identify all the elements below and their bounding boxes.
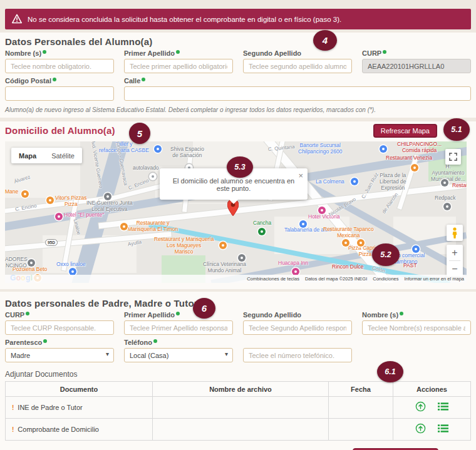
map-label: Shiva Espacio de Sanación [170, 146, 204, 159]
student-section: Datos Personales del Alumno(a) Nombre (s… [0, 33, 476, 118]
keyboard-shortcuts-link[interactable]: Combinaciones de teclas [247, 276, 299, 282]
required-asterisk [43, 50, 46, 54]
parentesco-select[interactable]: Madre [5, 348, 114, 362]
telefono-select[interactable]: Local (Casa) [124, 348, 233, 362]
list-icon[interactable] [433, 402, 453, 413]
poi-icon[interactable] [318, 207, 326, 214]
map-label: Oxxo linaloe [56, 262, 86, 268]
poi-icon[interactable] [443, 203, 451, 210]
telefono-label: Teléfono [124, 339, 152, 346]
required-asterisk [26, 312, 29, 315]
address-section: Domicilio del Alumno(a) Refrescar Mapa [0, 121, 476, 289]
poi-icon[interactable] [219, 242, 227, 249]
required-doc-icon: ! [12, 426, 14, 433]
warning-icon [11, 14, 23, 25]
map-label: Huacapa Inn [278, 260, 308, 267]
poi-icon[interactable] [238, 254, 246, 262]
zoom-in-button[interactable]: + [447, 245, 463, 260]
poi-icon[interactable] [357, 239, 365, 247]
poi-icon[interactable] [120, 223, 128, 230]
guardian-section: Datos personales de Padre, Madre o Tutor… [0, 292, 476, 450]
guardian-nombre-input[interactable] [362, 320, 471, 335]
calle-label: Calle [124, 77, 140, 84]
required-asterisk [43, 339, 47, 343]
poi-icon[interactable] [149, 173, 157, 180]
filename-cell [153, 419, 329, 441]
nombre-field-group: Nombre (s) [5, 49, 114, 73]
poi-icon[interactable] [342, 239, 349, 247]
segundo-apellido-label: Segundo Apellido [243, 49, 301, 57]
required-doc-icon: ! [12, 404, 14, 411]
guardian-segundo-apellido-input[interactable] [243, 320, 352, 335]
numero-field-group [243, 339, 352, 362]
codigo-postal-field-group: Código Postal [5, 77, 114, 101]
info-window-arrow [229, 199, 239, 204]
list-icon[interactable] [433, 424, 453, 435]
parentesco-label: Parentesco [5, 339, 42, 346]
required-asterisk [176, 312, 180, 315]
map-label: Restaura [452, 183, 467, 189]
map-label: Hotel Victoria [308, 214, 339, 220]
poi-icon[interactable] [21, 190, 29, 198]
upload-icon[interactable] [410, 401, 431, 414]
upload-icon[interactable] [410, 423, 431, 436]
guardian-primer-apellido-input[interactable] [124, 320, 233, 335]
map-label: PAST [403, 263, 417, 269]
map-label: autolavado [133, 165, 159, 171]
map-label: CHILPANCINGO... Comida rápida [397, 141, 442, 154]
report-error-link[interactable]: Informar un error en el mapa [405, 276, 464, 282]
map-label: Restaurant y Marisquería Los Magueyes Ma… [154, 237, 214, 255]
map-label: La Colmena [316, 179, 344, 185]
guardian-curp-field-group: CURP [5, 311, 114, 335]
required-asterisk [400, 312, 403, 315]
close-icon[interactable]: × [297, 170, 304, 182]
primer-apellido-input[interactable] [124, 59, 233, 73]
guardian-primer-apellido-field-group: Primer Apellido [124, 311, 233, 335]
telefono-field-group: Teléfono Local (Casa) [124, 339, 233, 362]
nombre-input[interactable] [5, 59, 114, 73]
poi-icon[interactable] [351, 178, 358, 185]
map-type-satelite-button[interactable]: Satélite [44, 148, 82, 163]
poi-icon[interactable] [104, 193, 111, 200]
annotation-badge-5-2: 5.2 [372, 243, 400, 266]
guardian-primer-apellido-label: Primer Apellido [124, 311, 175, 319]
map-label: ADORES NCINGO [5, 257, 28, 269]
guardian-nombre-label: Nombre (s) [362, 311, 398, 319]
table-row: !INE de Padre o Tutor [6, 397, 471, 419]
curp-input[interactable] [362, 59, 471, 73]
table-row: !Comprobante de Domicilio [6, 419, 471, 441]
student-section-title: Datos Personales del Alumno(a) [5, 36, 471, 47]
guardian-section-title: Datos personales de Padre, Madre o Tutor [5, 298, 471, 309]
poi-icon[interactable] [55, 213, 63, 220]
refresh-map-button[interactable]: Refrescar Mapa [373, 124, 437, 138]
map-label: Hotel "El puente" [64, 212, 104, 218]
poi-icon[interactable] [380, 145, 387, 153]
guardian-curp-input[interactable] [5, 320, 114, 335]
map-type-mapa-button[interactable]: Mapa [11, 148, 44, 163]
annotation-badge-6: 6 [193, 298, 215, 319]
segundo-apellido-input[interactable] [243, 59, 352, 73]
primer-apellido-label: Primer Apellido [124, 49, 175, 57]
col-nombre-archivo: Nombre de archivo [153, 382, 329, 397]
enrollment-form-page: No se considera concluida la solicitud h… [0, 0, 476, 450]
poi-icon[interactable] [46, 197, 54, 204]
poi-icon[interactable] [258, 228, 266, 235]
poi-icon[interactable] [441, 179, 448, 187]
calle-input[interactable] [124, 86, 471, 101]
poi-icon[interactable] [154, 145, 162, 153]
date-cell [329, 419, 393, 441]
pegman-control[interactable] [447, 225, 463, 241]
terms-link[interactable]: Condiciones [373, 276, 398, 282]
poi-icon[interactable] [28, 259, 35, 267]
codigo-postal-input[interactable] [5, 86, 114, 101]
fullscreen-button[interactable] [445, 149, 461, 165]
numero-input[interactable] [243, 348, 352, 362]
annotation-badge-5-3: 5.3 [227, 156, 253, 178]
required-asterisk [383, 50, 386, 54]
map-label: Banorte Sucursal Chilpancingo 2600 [298, 143, 342, 155]
map-label: Rincon Dulce [332, 264, 364, 270]
guardian-curp-label: CURP [5, 311, 24, 319]
poi-icon[interactable] [411, 164, 418, 171]
poi-icon[interactable] [412, 245, 420, 253]
poi-icon[interactable] [299, 220, 307, 228]
